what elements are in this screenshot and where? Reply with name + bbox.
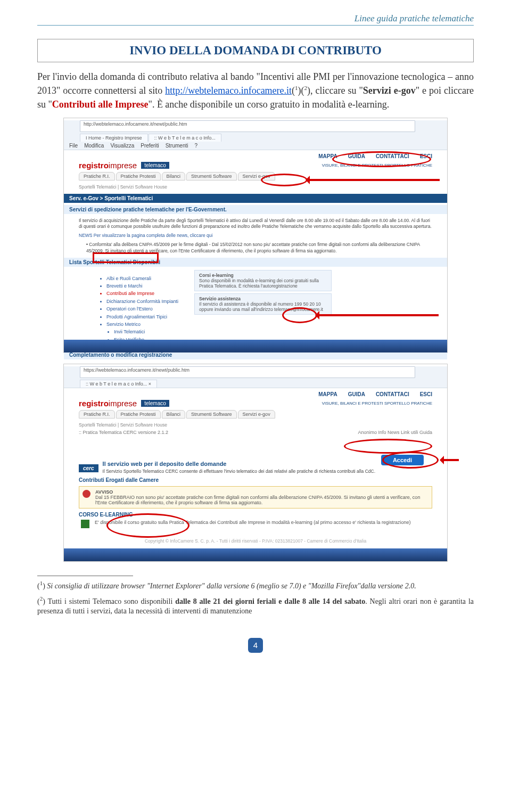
sportelli-list: Albi e Ruoli Camerali Brevetti e Marchi …: [79, 275, 178, 344]
footnote-2: (2) Tutti i sistemi Telemaco sono dispon…: [37, 595, 474, 617]
text: )(: [298, 85, 304, 96]
text: ". È anche disponibile un corso gratuito…: [149, 99, 390, 110]
nav-link[interactable]: MAPPA: [318, 391, 337, 397]
nav-tabs: Pratiche R.I. Pratiche Protesti Bilanci …: [79, 410, 432, 419]
copyright: Copyright © InfoCamere S. C. p. A. - Tut…: [79, 537, 432, 546]
menu-item[interactable]: File: [69, 143, 78, 149]
breadcrumb: Sportelli Telematici | Servizi Software …: [79, 183, 432, 192]
address-bar[interactable]: https://webtelemaco.infocamere.it/newt/p…: [80, 366, 415, 378]
annotation-oval: [106, 513, 189, 538]
list-item[interactable]: Brevetti e Marchi: [106, 282, 178, 290]
menu-item[interactable]: Preferiti: [141, 143, 159, 149]
contributi-label: Contributi alle Imprese: [52, 99, 149, 110]
top-nav: MAPPA GUIDA CONTATTACI ESCI: [79, 391, 432, 397]
tab-bilanci[interactable]: Bilanci: [162, 410, 186, 419]
section-title: INVIO DELLA DOMANDA DI CONTRIBUTO: [45, 44, 466, 58]
section-box: INVIO DELLA DOMANDA DI CONTRIBUTO: [37, 39, 474, 62]
avviso-box: AVVISO Dal 15 FEBBRAIO non sono piu' acc…: [79, 486, 432, 508]
browser-tab[interactable]: :: W e b T e l e m a c o Info...: [149, 134, 221, 142]
nav-link[interactable]: ESCI: [420, 391, 432, 397]
list-item[interactable]: Albi e Ruoli Camerali: [106, 275, 178, 282]
breadcrumb-2: :: Pratica Telematica CERC versione 2.1.…: [79, 430, 168, 435]
screenshot-2: https://webtelemaco.infocamere.it/newt/p…: [63, 364, 448, 562]
avviso-title: AVVISO: [95, 489, 113, 495]
windows-taskbar: [64, 548, 447, 561]
footnote-bold: dalle 8 alle 21 dei giorni feriali e dal…: [175, 597, 365, 605]
annotation-box: [93, 252, 159, 263]
cerc-logo: cerc: [79, 464, 98, 472]
tab-strumenti[interactable]: Strumenti Software: [186, 410, 237, 419]
browser-chrome: http://webtelemaco.infocamere.it/newt/pu…: [64, 120, 447, 150]
annotation-arrow: [316, 314, 439, 316]
footnote-num: 1: [40, 580, 43, 586]
cerc-row: cerc Il servizio web per il deposito del…: [79, 461, 432, 476]
browser-tabs: I Home - Registro Imprese :: W e b T e l…: [80, 134, 447, 142]
footnote-text: Tutti i sistemi Telemaco sono disponibil…: [45, 597, 175, 605]
tab-pratiche-protesti[interactable]: Pratiche Protesti: [116, 172, 161, 181]
ie-menubar: File Modifica Visualizza Preferiti Strum…: [64, 142, 447, 150]
annotation-arrow: [307, 179, 440, 181]
telemaco-logo: telemaco: [141, 400, 169, 407]
menu-item[interactable]: ?: [194, 143, 197, 149]
tab-servizi-egov[interactable]: Servizi e-gov: [238, 410, 275, 419]
tab-pratiche-ri[interactable]: Pratiche R.I.: [79, 172, 115, 181]
browser-chrome: https://webtelemaco.infocamere.it/newt/p…: [64, 366, 447, 388]
telemaco-link[interactable]: http://webtelemaco.infocamere.it: [165, 85, 292, 96]
page-content: MAPPA GUIDA CONTATTACI ESCI registroimpr…: [64, 150, 447, 390]
right-links: Anonimo Info News Link utili Guida: [358, 430, 432, 435]
nav-link[interactable]: GUIDA: [348, 391, 365, 397]
tab-pratiche-protesti[interactable]: Pratiche Protesti: [116, 410, 161, 419]
footnote-num: 2: [40, 595, 43, 602]
tab-strumenti[interactable]: Strumenti Software: [186, 172, 237, 181]
browser-tabs: :: W e b T e l e m a c o Info... ×: [80, 380, 447, 388]
page-number: 4: [248, 638, 263, 653]
registroimprese-logo: registroimprese: [79, 161, 137, 170]
corsi-box: Corsi e-learningSono disponibili in moda…: [194, 270, 332, 291]
logo-row: registroimprese telemaco VISURE, BILANCI…: [79, 399, 432, 408]
address-bar[interactable]: http://webtelemaco.infocamere.it/newt/pu…: [80, 120, 415, 132]
text: ), cliccare su ": [307, 85, 363, 96]
cerc-subtitle: Contributi Erogati dalle Camere: [79, 477, 432, 483]
screenshot-1: http://webtelemaco.infocamere.it/newt/pu…: [63, 118, 448, 353]
windows-taskbar: [64, 340, 447, 352]
avviso-body: Dal 15 FEBBRAIO non sono piu' accettate …: [95, 495, 420, 505]
sub-heading: Servizi di spedizione pratiche telematic…: [64, 205, 447, 214]
tab-bilanci[interactable]: Bilanci: [162, 172, 186, 181]
footnote-1: (1) Si consiglia di utilizzare browser "…: [37, 579, 474, 592]
menu-item[interactable]: Modifica: [84, 143, 104, 149]
footnote-separator: [37, 576, 133, 576]
list-item[interactable]: Dichiarazione Conformità Impianti: [106, 298, 178, 305]
blue-heading: Serv. e-Gov > Sportelli Telematici: [64, 194, 447, 203]
document-header: Linee guida pratiche telematiche: [37, 13, 474, 24]
breadcrumb: Sportelli Telematici | Servizi Software …: [79, 421, 432, 430]
annotation-arrow: [441, 459, 459, 461]
servizi-egov-label: Servizi e-gov: [363, 85, 416, 96]
service-body: Il Servizio Sportello Telematico CERC co…: [103, 467, 432, 476]
menu-item[interactable]: Visualizza: [110, 143, 134, 149]
list-item-contributi[interactable]: Contributi alle Imprese: [106, 290, 178, 297]
list-item[interactable]: Invii Telematici: [114, 328, 178, 335]
list-item[interactable]: Operatori con l'Estero: [106, 305, 178, 313]
tab-pratiche-ri[interactable]: Pratiche R.I.: [79, 410, 115, 419]
news-line: NEWS Per visualizzare la pagina completa…: [79, 231, 432, 240]
browser-tab[interactable]: I Home - Registro Imprese: [80, 134, 148, 142]
registroimprese-logo: registroimprese: [79, 399, 137, 408]
list-item[interactable]: Servizio Metrico: [106, 321, 178, 328]
service-title: Il servizio web per il deposito delle do…: [103, 461, 227, 467]
two-column: Albi e Ruoli Camerali Brevetti e Marchi …: [79, 270, 432, 349]
service-description: Il servizio di acquisizione delle Pratic…: [79, 216, 432, 231]
footnote-text: Si consiglia di utilizzare browser "Inte…: [45, 582, 416, 590]
list-item[interactable]: Prodotti Agroalimentari Tipici: [106, 313, 178, 321]
subnav-right: VISURE, BILANCI E PROTESTI SPORTELLO PRA…: [322, 401, 432, 406]
menu-item[interactable]: Strumenti: [166, 143, 188, 149]
browser-tab[interactable]: :: W e b T e l e m a c o Info... ×: [80, 380, 157, 388]
intro-paragraph: Per l'invio della domanda di contributo …: [37, 70, 474, 111]
telemaco-logo: telemaco: [141, 162, 169, 169]
nav-link[interactable]: CONTATTACI: [376, 391, 409, 397]
header-rule: [37, 25, 474, 26]
